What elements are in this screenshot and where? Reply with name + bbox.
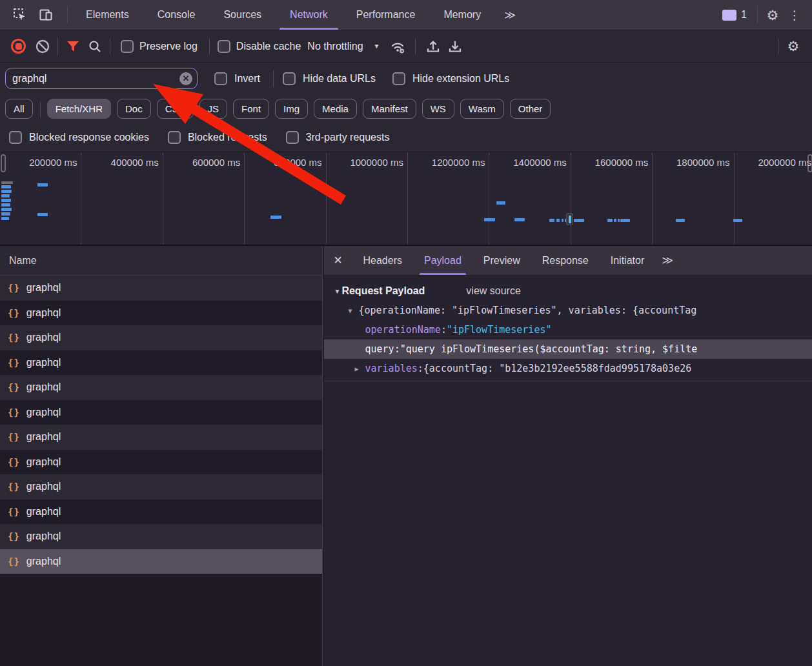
- filter-input[interactable]: graphql ✕: [5, 68, 198, 89]
- request-activity-bar: [1, 217, 9, 220]
- timeline-segment: 2000000 ms: [735, 152, 812, 246]
- payload-operation-row[interactable]: operationName: "ipFlowTimeseries": [324, 320, 812, 339]
- search-icon[interactable]: [84, 35, 106, 57]
- export-har-icon[interactable]: [444, 35, 466, 57]
- clear-filter-icon[interactable]: ✕: [179, 72, 192, 85]
- request-activity-bar: [1, 208, 12, 211]
- request-row[interactable]: {}graphql: [0, 400, 322, 425]
- payload-value: "query ipFlowTimeseries($accountTag: str…: [400, 343, 698, 355]
- chip-doc[interactable]: Doc: [117, 99, 151, 119]
- third-party-requests-checkbox[interactable]: [286, 131, 299, 144]
- request-row[interactable]: {}graphql: [0, 425, 322, 450]
- json-braces-icon: {}: [8, 382, 20, 392]
- hide-extension-urls-checkbox[interactable]: [392, 72, 405, 85]
- third-party-requests-label: 3rd-party requests: [306, 132, 390, 143]
- request-activity-bar: [1, 212, 10, 216]
- request-name: graphql: [26, 530, 61, 542]
- view-source-link[interactable]: view source: [466, 285, 520, 297]
- preserve-log-checkbox[interactable]: [121, 40, 134, 53]
- timeline-tick-label: 1400000 ms: [513, 157, 567, 168]
- details-tab-payload[interactable]: Payload: [413, 246, 472, 275]
- request-row[interactable]: {}graphql: [0, 301, 322, 326]
- tab-performance[interactable]: Performance: [342, 0, 430, 30]
- selected-request-marker: [566, 213, 573, 225]
- timeline-segment: 200000 ms: [0, 152, 81, 246]
- invert-checkbox[interactable]: [214, 72, 227, 85]
- payload-variables-row[interactable]: ▶ variables: {accountTag: "b12e3b2192ee5…: [324, 359, 812, 378]
- settings-gear-icon[interactable]: ⚙: [762, 4, 784, 26]
- request-row[interactable]: {}graphql: [0, 549, 322, 574]
- tab-memory[interactable]: Memory: [429, 0, 495, 30]
- clear-network-log-icon[interactable]: [32, 35, 54, 57]
- expand-triangle-icon[interactable]: ▶: [352, 365, 361, 372]
- kebab-menu-icon[interactable]: ⋮: [784, 4, 806, 26]
- timeline-tick-label: 200000 ms: [29, 157, 77, 168]
- chip-media[interactable]: Media: [314, 99, 357, 119]
- request-activity-bar: [562, 219, 563, 222]
- details-tab-preview[interactable]: Preview: [472, 246, 531, 275]
- chip-img[interactable]: Img: [275, 99, 308, 119]
- throttling-select[interactable]: No throttling ▼: [301, 41, 386, 52]
- details-tab-response[interactable]: Response: [531, 246, 600, 275]
- details-tab-headers[interactable]: Headers: [352, 246, 413, 275]
- json-braces-icon: {}: [8, 283, 20, 293]
- chip-all[interactable]: All: [5, 99, 33, 119]
- network-overview-timeline[interactable]: 200000 ms400000 ms600000 ms800000 ms1000…: [0, 152, 812, 246]
- chip-font[interactable]: Font: [233, 99, 269, 119]
- inspect-element-icon[interactable]: [9, 4, 31, 26]
- request-activity-bar: [37, 213, 48, 216]
- invert-label: Invert: [234, 73, 260, 85]
- tab-console[interactable]: Console: [143, 0, 210, 30]
- issues-button[interactable]: 1: [716, 9, 753, 21]
- import-har-icon[interactable]: [422, 35, 444, 57]
- blocked-requests-checkbox[interactable]: [168, 131, 181, 144]
- chip-other[interactable]: Other: [510, 99, 551, 119]
- hide-extension-urls-label: Hide extension URLs: [412, 73, 509, 85]
- network-conditions-icon[interactable]: [387, 35, 409, 57]
- request-row[interactable]: {}graphql: [0, 350, 322, 376]
- chip-manifest[interactable]: Manifest: [363, 99, 416, 119]
- collapse-triangle-icon[interactable]: ▼: [334, 288, 341, 295]
- filter-funnel-icon[interactable]: [62, 35, 84, 57]
- payload-summary-row[interactable]: ▼ {operationName: "ipFlowTimeseries", va…: [324, 301, 812, 320]
- tab-network[interactable]: Network: [276, 0, 342, 30]
- hide-data-urls-checkbox[interactable]: [283, 72, 296, 85]
- request-details-panel: ✕ HeadersPayloadPreviewResponseInitiator…: [324, 246, 812, 666]
- disable-cache-checkbox[interactable]: [218, 40, 230, 53]
- request-row[interactable]: {}graphql: [0, 500, 322, 525]
- request-row[interactable]: {}graphql: [0, 474, 322, 500]
- timeline-segment: 1400000 ms: [489, 152, 571, 246]
- tab-elements[interactable]: Elements: [72, 0, 143, 30]
- chip-js[interactable]: JS: [199, 99, 228, 119]
- request-row[interactable]: {}graphql: [0, 276, 322, 301]
- device-toolbar-icon[interactable]: [35, 4, 57, 26]
- chip-wasm[interactable]: Wasm: [460, 99, 504, 119]
- timeline-tick-label: 1600000 ms: [595, 157, 649, 168]
- name-column-header[interactable]: Name: [0, 246, 322, 276]
- chip-css[interactable]: CSS: [157, 99, 194, 119]
- requests-list: {}graphql{}graphql{}graphql{}graphql{}gr…: [0, 276, 322, 574]
- record-network-log-button[interactable]: [11, 39, 26, 54]
- json-braces-icon: {}: [8, 308, 20, 318]
- blocked-response-cookies-checkbox[interactable]: [9, 131, 22, 144]
- chip-ws[interactable]: WS: [422, 99, 454, 119]
- timeline-tick-label: 1200000 ms: [432, 157, 485, 168]
- more-tabs-icon[interactable]: ≫: [495, 8, 523, 22]
- expand-triangle-icon[interactable]: ▼: [346, 307, 355, 314]
- more-details-tabs-icon[interactable]: ≫: [655, 254, 678, 267]
- request-activity-bar: [270, 216, 281, 219]
- network-settings-gear-icon[interactable]: ⚙: [782, 35, 804, 57]
- request-row[interactable]: {}graphql: [0, 375, 322, 400]
- request-type-chips: AllFetch/XHRDocCSSJSFontImgMediaManifest…: [0, 94, 812, 123]
- payload-query-row-selected[interactable]: query: "query ipFlowTimeseries($accountT…: [324, 339, 812, 359]
- chip-fetch-xhr[interactable]: Fetch/XHR: [47, 99, 111, 119]
- request-row[interactable]: {}graphql: [0, 325, 322, 350]
- request-row[interactable]: {}graphql: [0, 524, 322, 549]
- timeline-tick-label: 600000 ms: [192, 157, 240, 168]
- details-tab-initiator[interactable]: Initiator: [600, 246, 655, 275]
- payload-value: "ipFlowTimeseries": [447, 324, 552, 336]
- timeline-segment: 1800000 ms: [653, 152, 734, 246]
- close-details-icon[interactable]: ✕: [324, 254, 352, 267]
- tab-sources[interactable]: Sources: [209, 0, 276, 30]
- request-row[interactable]: {}graphql: [0, 450, 322, 475]
